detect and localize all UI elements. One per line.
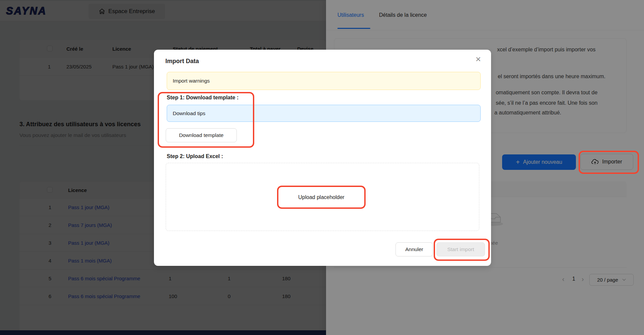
upload-placeholder-label: Upload placeholder bbox=[298, 194, 344, 200]
cancel-button[interactable]: Annuler bbox=[395, 242, 433, 256]
import-data-modal: Import Data ✕ Import warnings Step 1: Do… bbox=[154, 50, 491, 266]
annotation-start-import-outline bbox=[434, 239, 490, 261]
step2-label: Step 2: Upload Excel : bbox=[167, 153, 223, 159]
annotation-upload-placeholder: Upload placeholder bbox=[277, 186, 366, 209]
annotation-importer-outline bbox=[579, 151, 639, 174]
import-warnings-banner: Import warnings bbox=[167, 72, 481, 90]
close-icon[interactable]: ✕ bbox=[475, 56, 481, 63]
annotation-step1-outline bbox=[158, 92, 254, 148]
modal-title: Import Data bbox=[165, 58, 199, 65]
app-root: SAYNA Espace Entreprise Créé le Licence … bbox=[0, 0, 644, 335]
cancel-label: Annuler bbox=[405, 246, 423, 252]
import-warnings-text: Import warnings bbox=[173, 78, 210, 84]
